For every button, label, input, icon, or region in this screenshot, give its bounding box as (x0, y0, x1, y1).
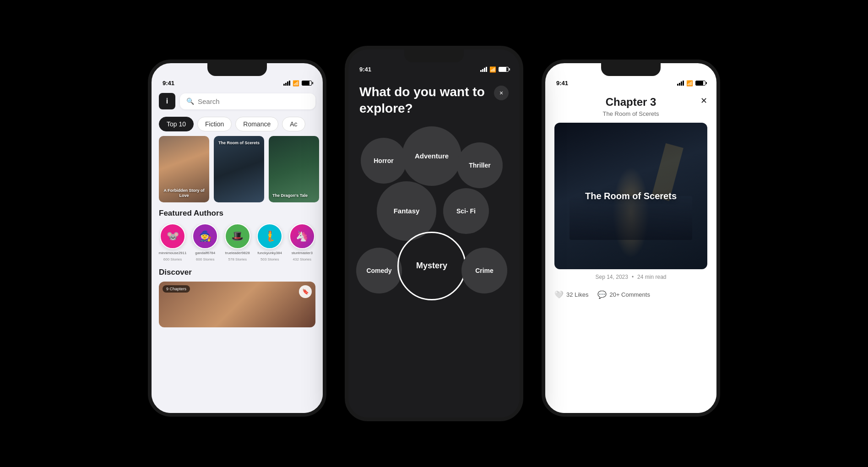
app-logo: i (159, 93, 175, 109)
author-avatar-4: 🧜 (257, 223, 282, 249)
search-bar[interactable]: 🔍 (180, 93, 315, 109)
discover-card[interactable]: 9 Chapters 🔖 (159, 282, 315, 327)
chapters-badge: 9 Chapters (163, 285, 190, 293)
phones-container: 9:41 📶 i (0, 0, 868, 467)
home-screen-content: i 🔍 Top 10 Fiction Romance (152, 88, 323, 417)
battery-icon-right (695, 81, 705, 86)
book-meta: Sep 14, 2023 • 24 min read (545, 269, 716, 285)
status-bar-right: 9:41 📶 (545, 76, 716, 88)
chapter-screen: Chapter 3 The Room of Scerets ✕ The Room… (545, 88, 716, 417)
featured-authors-title: Featured Authors (159, 209, 315, 218)
genre-row-1: Horror Adventure Thriller (358, 131, 510, 190)
status-icons-right: 📶 (677, 80, 705, 87)
author-stories-1: 600 Stories (163, 257, 182, 261)
book-cover-large: The Room of Scerets (554, 123, 707, 269)
battery-icon (302, 81, 312, 86)
status-bar-middle: 9:41 📶 (348, 62, 520, 75)
signal-icon (283, 81, 290, 86)
signal-icon-mid (480, 67, 487, 72)
discover-section: Discover 9 Chapters 🔖 (152, 261, 323, 327)
comments-count: 20+ Comments (609, 291, 650, 298)
chapter-close-button[interactable]: ✕ (700, 96, 707, 106)
status-time-right: 9:41 (556, 80, 568, 87)
book-label-mystery: The Room of Scerets (217, 141, 260, 145)
comment-icon: 💬 (597, 290, 607, 299)
author-item-3[interactable]: 🎩 trueleader9828 578 Stories (224, 223, 251, 261)
chapter-book-title: The Room of Scerets (603, 110, 659, 117)
author-stories-2: 600 Stories (196, 257, 214, 261)
search-input[interactable] (198, 98, 309, 105)
genre-mystery-selected[interactable]: Mystery (397, 232, 466, 300)
status-bar-left: 9:41 📶 (152, 76, 323, 88)
status-icons-middle: 📶 (480, 66, 509, 73)
notch-right (601, 63, 661, 76)
genre-adventure[interactable]: Adventure (402, 126, 461, 186)
genre-row-3: Comedy Mystery Crime (354, 232, 514, 300)
notch-left (207, 63, 267, 76)
read-time: 24 min read (637, 274, 666, 280)
chip-fiction[interactable]: Fiction (197, 117, 232, 131)
genre-close-button[interactable]: × (494, 86, 509, 100)
genre-thriller[interactable]: Thriller (457, 142, 503, 188)
authors-row: 🐭 minnimouse2911 600 Stories 🧙 gandalf67… (159, 223, 315, 261)
chip-romance[interactable]: Romance (235, 117, 278, 131)
wifi-icon: 📶 (293, 80, 299, 87)
genre-question: What do you want to explore? (359, 84, 489, 117)
publish-date: Sep 14, 2023 (596, 274, 628, 280)
status-time-middle: 9:41 (359, 66, 371, 73)
likes-action[interactable]: 🤍 32 Likes (554, 290, 588, 299)
book-card-romance[interactable]: A Forbidden Story of Love (159, 136, 209, 202)
likes-count: 32 Likes (566, 291, 588, 298)
home-screen: i 🔍 Top 10 Fiction Romance (152, 88, 323, 417)
chapter-number: Chapter 3 (606, 96, 656, 109)
genre-screen: What do you want to explore? × Horror Ad… (348, 75, 520, 421)
author-item-2[interactable]: 🧙 gandalf6784 600 Stories (192, 223, 219, 261)
phone-left: 9:41 📶 i (148, 60, 326, 417)
book-card-dragon[interactable]: The Dragon's Tale (269, 136, 319, 202)
author-item-4[interactable]: 🧜 funckyunky384 503 Stories (256, 223, 283, 261)
phone-right: 9:41 📶 Chapter 3 The Room of Scerets ✕ (542, 60, 720, 417)
author-item-5[interactable]: 🦄 stuntmaster3 432 Stories (289, 223, 316, 261)
author-stories-5: 432 Stories (293, 257, 311, 261)
book-title-romance: A Forbidden Story of Love (163, 188, 206, 199)
battery-icon-mid (499, 67, 509, 72)
signal-icon-right (677, 81, 684, 86)
chapter-header: Chapter 3 The Room of Scerets ✕ (545, 88, 716, 123)
cover-book-title: The Room of Scerets (576, 181, 686, 211)
author-name-2: gandalf6784 (195, 251, 215, 255)
genre-comedy[interactable]: Comedy (356, 248, 402, 293)
books-row: A Forbidden Story of Love The Room of Sc… (152, 136, 323, 202)
author-avatar-2: 🧙 (192, 223, 218, 249)
filter-chips: Top 10 Fiction Romance Ac (152, 114, 323, 136)
featured-authors-section: Featured Authors 🐭 minnimouse2911 600 St… (152, 202, 323, 261)
discover-title: Discover (159, 268, 315, 277)
genre-header: What do you want to explore? × (348, 75, 520, 122)
heart-icon: 🤍 (554, 290, 564, 299)
author-avatar-1: 🐭 (160, 223, 185, 249)
author-avatar-3: 🎩 (225, 223, 250, 249)
notch-middle (404, 49, 464, 62)
meta-separator: • (632, 274, 634, 280)
book-title-dragon: The Dragon's Tale (272, 193, 308, 199)
genre-bubbles: Horror Adventure Thriller Fantasy Sc (348, 122, 520, 421)
comments-action[interactable]: 💬 20+ Comments (597, 290, 650, 299)
author-item-1[interactable]: 🐭 minnimouse2911 600 Stories (159, 223, 186, 261)
genre-scifi[interactable]: Sci- Fi (443, 188, 489, 234)
chip-top10[interactable]: Top 10 (159, 117, 194, 131)
genre-horror[interactable]: Horror (361, 138, 407, 184)
author-stories-3: 578 Stories (228, 257, 247, 261)
author-name-3: trueleader9828 (225, 251, 250, 255)
book-actions: 🤍 32 Likes 💬 20+ Comments (545, 285, 716, 304)
wifi-icon-mid: 📶 (489, 66, 496, 73)
author-stories-4: 503 Stories (260, 257, 279, 261)
author-name-1: minnimouse2911 (159, 251, 186, 255)
book-card-mystery[interactable]: The Room of Scerets (214, 136, 264, 202)
phone-middle: 9:41 📶 What do you want to explore? × (345, 46, 523, 421)
search-icon: 🔍 (186, 98, 194, 105)
chip-more[interactable]: Ac (282, 117, 305, 131)
genre-crime[interactable]: Crime (461, 248, 507, 293)
wifi-icon-right: 📶 (686, 80, 693, 87)
status-icons-left: 📶 (283, 80, 312, 87)
author-avatar-5: 🦄 (289, 223, 315, 249)
bookmark-button[interactable]: 🔖 (299, 285, 312, 298)
